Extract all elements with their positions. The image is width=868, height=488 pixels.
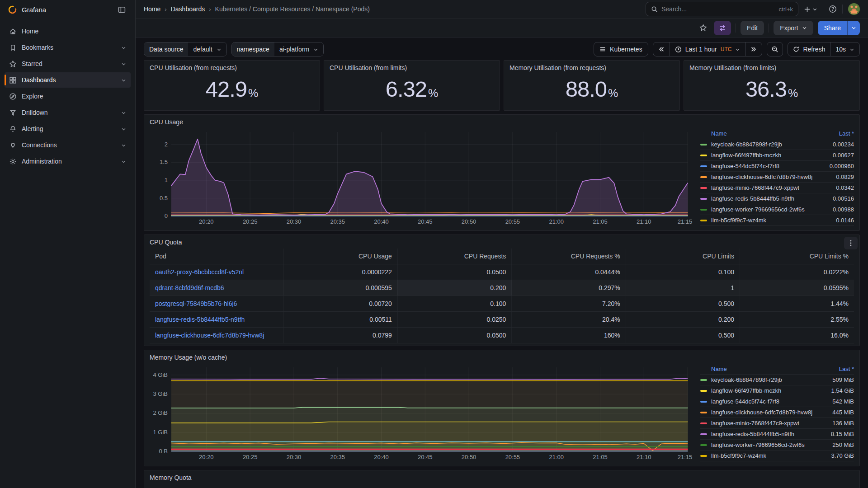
panel-switch-button[interactable] [714, 21, 731, 35]
memory-usage-chart[interactable]: 0 B1 GiB2 GiB3 GiB4 GiB20:2020:2520:3020… [150, 364, 695, 462]
dashboard-actions-bar: Edit Export Share [136, 19, 868, 38]
svg-text:1 GiB: 1 GiB [153, 429, 167, 436]
search-box[interactable]: ctrl+k [646, 2, 798, 16]
chevron-down-icon [849, 47, 854, 52]
sidebar-item-connections[interactable]: Connections [5, 137, 131, 153]
sidebar-item-administration[interactable]: Administration [5, 154, 131, 169]
memory-quota-panel: Memory Quota [144, 470, 860, 488]
svg-text:20:25: 20:25 [243, 454, 257, 460]
favorite-star-icon[interactable] [697, 22, 709, 34]
breadcrumb-item[interactable]: Home [144, 5, 160, 13]
legend-series-toggle[interactable]: langfuse-minio-7668f447c9-xppwt [700, 420, 829, 427]
sidebar-item-starred[interactable]: Starred [5, 56, 131, 71]
table-column-header[interactable]: CPU Limits [626, 249, 740, 264]
sidebar-item-alerting[interactable]: Alerting [5, 121, 131, 136]
cpu-usage-panel: CPU Usage 00.511.5220:2020:2520:3020:352… [144, 114, 860, 231]
legend-last-header[interactable]: Last * [835, 130, 854, 137]
variable-namespace[interactable]: namespace ai-platform [231, 42, 324, 56]
legend-series-name: langflow-66f497ffbb-mczkh [711, 152, 781, 159]
sidebar-item-drilldown[interactable]: Drilldown [5, 105, 131, 120]
variable-datasource[interactable]: Data source default [144, 42, 227, 56]
series-color-swatch [700, 187, 707, 189]
svg-text:20:20: 20:20 [199, 454, 213, 460]
timezone-label: UTC [721, 46, 732, 52]
hamburger-icon [599, 46, 606, 52]
svg-text:21:10: 21:10 [637, 454, 651, 460]
legend-series-name: langfuse-clickhouse-6dfc7d8b79-hvw8j [711, 174, 812, 180]
series-color-swatch [700, 176, 707, 178]
stat-unit: % [428, 87, 438, 100]
new-menu-button[interactable] [804, 6, 817, 13]
legend-series-toggle[interactable]: keycloak-6b8847898f-r29jb [700, 376, 829, 383]
table-column-header[interactable]: Pod [150, 249, 283, 264]
top-actions: ctrl+k [646, 2, 860, 16]
table-column-header[interactable]: CPU Requests % [512, 249, 626, 264]
pod-link[interactable]: qdrant-8cbfd9d6f-mcdb6 [155, 284, 278, 291]
table-cell: 16.0% [740, 327, 854, 343]
table-column-header[interactable]: CPU Requests [397, 249, 511, 264]
legend-row: langfuse-544dc5f74c-f7rf8542 MiB [700, 396, 854, 407]
refresh-button[interactable]: Refresh [788, 42, 830, 56]
time-shift-forward-button[interactable] [745, 42, 762, 56]
legend-last-header[interactable]: Last * [835, 366, 854, 372]
legend-row: langfuse-minio-7668f447c9-xppwt0.0342 [700, 183, 854, 193]
legend-name-header[interactable]: Name [700, 366, 835, 372]
sidebar-item-label: Bookmarks [22, 44, 53, 51]
legend-series-toggle[interactable]: langfuse-clickhouse-6dfc7d8b79-hvw8j [700, 409, 829, 416]
kubernetes-menu-button[interactable]: Kubernetes [594, 42, 648, 56]
export-button[interactable]: Export [774, 21, 813, 35]
table-column-header[interactable]: CPU Limits % [740, 249, 854, 264]
pod-link[interactable]: postgresql-75849b5b76-hl6j6 [155, 300, 278, 307]
grafana-logo-icon[interactable] [7, 3, 17, 16]
legend-series-toggle[interactable]: llm-b5cf9f9c7-wz4mk [700, 452, 827, 459]
legend-series-toggle[interactable]: llm-b5cf9f9c7-wz4mk [700, 217, 832, 224]
pod-link[interactable]: langfuse-redis-5b8444ffb5-n9tfh [155, 316, 278, 323]
stat-value: 36.3 [745, 76, 787, 102]
time-range-picker[interactable]: Last 1 hour UTC [670, 42, 745, 56]
series-color-swatch [700, 198, 707, 200]
table-cell: 2.55% [740, 311, 854, 327]
zoom-out-button[interactable] [767, 42, 783, 56]
legend-series-toggle[interactable]: langfuse-544dc5f74c-f7rf8 [700, 163, 826, 169]
legend-series-toggle[interactable]: langfuse-worker-79669656cd-2wf6s [700, 441, 829, 448]
legend-series-toggle[interactable]: langfuse-redis-5b8444ffb5-n9tfh [700, 195, 829, 202]
stat-unit: % [608, 87, 618, 100]
table-column-header[interactable]: CPU Usage [283, 249, 397, 264]
user-avatar[interactable] [848, 3, 860, 15]
panel-menu-kebab-icon[interactable] [844, 237, 858, 249]
search-input[interactable] [661, 5, 775, 13]
legend-row: langfuse-worker-79669656cd-2wf6s250 MiB [700, 440, 854, 450]
edit-button[interactable]: Edit [741, 21, 764, 35]
series-color-swatch [700, 422, 707, 424]
legend-name-header[interactable]: Name [700, 130, 835, 137]
brand-name: Grafana [22, 6, 111, 14]
cpu-usage-chart[interactable]: 00.511.5220:2020:2520:3020:3520:4020:452… [150, 128, 695, 227]
share-button[interactable]: Share [818, 21, 847, 35]
sidebar-item-home[interactable]: Home [5, 23, 131, 39]
legend-series-toggle[interactable]: langfuse-minio-7668f447c9-xppwt [700, 184, 832, 191]
pod-link[interactable]: langfuse-clickhouse-6dfc7d8b79-hvw8j [155, 332, 278, 339]
pod-cell: oauth2-proxy-6bcbbccd8f-v52nl [150, 264, 283, 280]
stat-value-wrap: 36.3% [684, 61, 859, 110]
time-shift-back-button[interactable] [653, 42, 670, 56]
legend-series-toggle[interactable]: keycloak-6b8847898f-r29jb [700, 141, 829, 148]
sidebar-dock-icon[interactable] [115, 3, 128, 16]
legend-series-toggle[interactable]: langflow-66f497ffbb-mczkh [700, 152, 829, 159]
svg-text:1: 1 [165, 177, 168, 183]
svg-text:20:35: 20:35 [330, 218, 344, 225]
time-controls: Kubernetes Last 1 hour UTC [594, 42, 860, 56]
refresh-interval-picker[interactable]: 10s [830, 42, 859, 56]
legend-series-toggle[interactable]: langfuse-worker-79669656cd-2wf6s [700, 206, 829, 213]
legend-last-value: 3.70 GiB [827, 452, 854, 459]
share-caret-button[interactable] [847, 21, 860, 35]
sidebar-item-bookmarks[interactable]: Bookmarks [5, 40, 131, 55]
breadcrumb-item[interactable]: Dashboards [171, 5, 205, 13]
sidebar-item-explore[interactable]: Explore [5, 89, 131, 104]
legend-series-toggle[interactable]: langfuse-544dc5f74c-f7rf8 [700, 398, 829, 405]
help-icon[interactable] [829, 5, 837, 13]
legend-series-toggle[interactable]: langfuse-clickhouse-6dfc7d8b79-hvw8j [700, 174, 832, 180]
sidebar-item-dashboards[interactable]: Dashboards [5, 72, 131, 88]
legend-series-toggle[interactable]: langfuse-redis-5b8444ffb5-n9tfh [700, 431, 827, 437]
pod-link[interactable]: oauth2-proxy-6bcbbccd8f-v52nl [155, 268, 278, 276]
legend-series-toggle[interactable]: langflow-66f497ffbb-mczkh [700, 387, 827, 394]
